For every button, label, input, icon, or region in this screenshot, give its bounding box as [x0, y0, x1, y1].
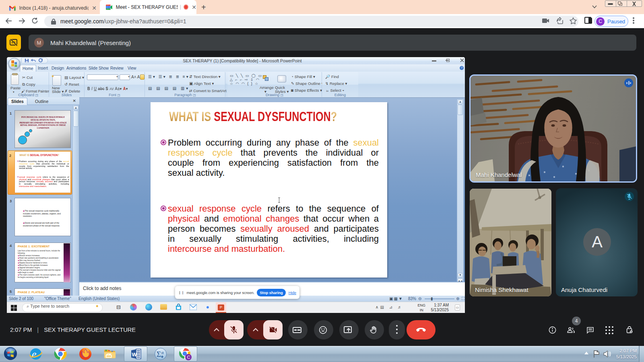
- svg-text:Σ: Σ: [157, 350, 161, 358]
- svg-text:C: C: [187, 355, 190, 360]
- svg-text:e: e: [32, 348, 37, 360]
- svg-text:α: α: [161, 350, 164, 355]
- svg-text:W: W: [132, 352, 137, 358]
